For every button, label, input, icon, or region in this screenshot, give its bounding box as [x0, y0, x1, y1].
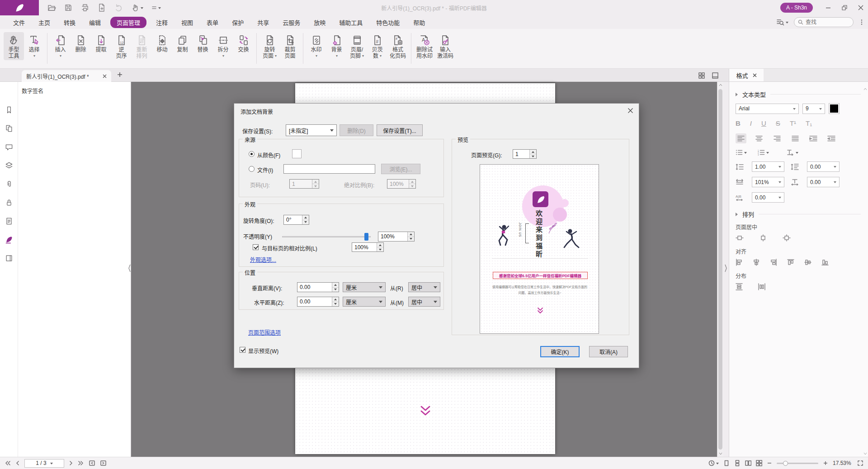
page-number-box[interactable]: 1 / 3	[24, 459, 64, 468]
align-objects-top-button[interactable]	[787, 259, 794, 266]
reading-layout-icon[interactable]	[712, 72, 719, 79]
ribbon-copy-pages[interactable]: 复制	[172, 32, 193, 60]
digital-signature-panel-icon[interactable]	[5, 235, 14, 244]
ribbon-crop-pages[interactable]: 裁剪 页面	[280, 32, 300, 60]
ribbon-insert-pages[interactable]: 插入	[50, 32, 71, 60]
menu-page-management[interactable]: 页面管理	[110, 17, 146, 28]
center-vertically-button[interactable]	[736, 234, 744, 242]
opacity-spinner[interactable]: 100%	[378, 232, 415, 242]
close-format-tab-icon[interactable]	[753, 73, 757, 77]
ribbon-reverse-order[interactable]: 12 逆 页序	[111, 32, 132, 60]
first-page-icon[interactable]	[5, 460, 11, 466]
distribute-horizontally-button[interactable]	[758, 283, 765, 290]
next-page-icon[interactable]	[69, 460, 73, 466]
new-document-icon[interactable]	[97, 3, 106, 12]
tab-grid-view-icon[interactable]	[698, 72, 705, 79]
align-objects-center-button[interactable]	[753, 259, 760, 266]
close-tab-icon[interactable]	[103, 74, 107, 78]
account-avatar[interactable]: A - Sh3n	[780, 3, 813, 13]
vertical-anchor-select[interactable]: 居中	[408, 282, 440, 292]
horizontal-unit-select[interactable]: 厘米	[343, 297, 386, 307]
ribbon-remove-trial-watermark[interactable]: A 删除试 用水印	[414, 32, 435, 60]
bullet-list-button[interactable]	[736, 149, 747, 156]
search-input[interactable]	[806, 19, 846, 25]
ribbon-swap-pages[interactable]: 交换	[233, 32, 254, 60]
align-right-button[interactable]	[772, 133, 783, 143]
menu-form[interactable]: 表单	[200, 17, 225, 28]
opacity-slider[interactable]	[282, 236, 371, 237]
menu-accessibility[interactable]: 辅助工具	[332, 17, 369, 28]
zoom-slider-handle[interactable]	[783, 461, 788, 466]
center-horizontally-button[interactable]	[759, 234, 767, 242]
collapse-right-panel-icon[interactable]	[724, 256, 728, 281]
reading-timer-icon[interactable]	[708, 460, 719, 466]
bookmark-panel-icon[interactable]	[5, 105, 14, 114]
relative-scale-spinner[interactable]: 100%	[352, 242, 384, 252]
zoom-slider[interactable]	[777, 463, 818, 464]
continuous-view-icon[interactable]	[734, 460, 741, 466]
bold-button[interactable]: B	[736, 119, 741, 127]
destinations-panel-icon[interactable]	[5, 217, 14, 226]
align-left-button[interactable]	[736, 133, 746, 143]
vertical-distance-spinner[interactable]: 0.00	[297, 282, 339, 292]
facing-view-icon[interactable]	[745, 460, 751, 466]
search-box[interactable]	[794, 17, 854, 27]
menu-file[interactable]: 文件	[6, 17, 32, 28]
opacity-slider-handle[interactable]	[364, 233, 368, 241]
attachments-panel-icon[interactable]	[5, 180, 14, 189]
customize-toolbar-icon[interactable]	[151, 5, 161, 11]
page-range-options-link[interactable]: 页面范围选项	[248, 328, 281, 336]
font-family-select[interactable]: Arial	[736, 104, 799, 114]
italic-button[interactable]: I	[750, 119, 752, 127]
text-type-section-header[interactable]: 文本类型	[736, 90, 861, 99]
ribbon-select[interactable]: 选择	[24, 32, 44, 60]
save-preset-button[interactable]: 保存设置(T)...	[377, 124, 423, 136]
character-spacing-select[interactable]: 0.00	[752, 192, 784, 203]
horizontal-anchor-select[interactable]: 居中	[408, 297, 440, 307]
align-objects-bottom-button[interactable]	[821, 259, 829, 266]
minimize-button[interactable]	[826, 5, 831, 10]
scroll-up-icon[interactable]	[717, 82, 723, 88]
foxit-logo-icon[interactable]	[0, 0, 39, 15]
print-icon[interactable]	[80, 3, 90, 12]
decrease-indent-button[interactable]	[826, 133, 837, 143]
increase-indent-button[interactable]	[808, 133, 819, 143]
font-color-swatch[interactable]	[829, 103, 840, 114]
preset-select[interactable]: [未指定]	[286, 124, 337, 136]
new-tab-button[interactable]	[117, 71, 123, 78]
horizontal-distance-spinner[interactable]: 0.00	[297, 297, 339, 307]
justify-button[interactable]	[790, 133, 801, 143]
ribbon-replace-pages[interactable]: 替换	[193, 32, 213, 60]
align-objects-left-button[interactable]	[736, 259, 743, 266]
more-options-icon[interactable]	[859, 19, 864, 25]
find-mode-icon[interactable]	[776, 18, 788, 26]
previous-view-icon[interactable]	[89, 460, 95, 466]
ribbon-delete-pages[interactable]: 删除	[71, 32, 91, 60]
save-icon[interactable]	[64, 3, 73, 12]
ribbon-move-pages[interactable]: 移动	[152, 32, 172, 60]
menu-comment[interactable]: 注释	[149, 17, 175, 28]
continuous-facing-view-icon[interactable]	[756, 460, 762, 466]
open-file-icon[interactable]	[47, 3, 56, 12]
menu-cloud[interactable]: 云服务	[276, 17, 307, 28]
align-objects-middle-button[interactable]	[804, 259, 811, 266]
menu-share[interactable]: 共享	[250, 17, 276, 28]
zoom-in-icon[interactable]	[823, 460, 828, 466]
menu-features[interactable]: 特色功能	[369, 17, 406, 28]
scrollbar-thumb[interactable]	[718, 89, 722, 450]
ribbon-hand-tool[interactable]: 手型 工具	[4, 32, 24, 60]
menu-home[interactable]: 主页	[32, 17, 57, 28]
page-preview-spinner[interactable]: 1	[513, 149, 537, 159]
panel-scroll-up-icon[interactable]	[863, 88, 867, 90]
ribbon-watermark[interactable]: 水印	[306, 32, 326, 60]
panel-scroll-down-icon[interactable]	[863, 452, 867, 455]
ribbon-extract-pages[interactable]: 提取	[91, 32, 111, 60]
next-view-icon[interactable]	[100, 460, 107, 466]
ribbon-rotate-pages[interactable]: 旋转 页面	[259, 32, 280, 60]
strikethrough-button[interactable]: S	[776, 119, 780, 127]
ribbon-bates-numbering[interactable]: # 贝茨 数	[367, 32, 387, 60]
dialog-close-icon[interactable]	[627, 108, 633, 114]
zoom-out-icon[interactable]	[767, 460, 772, 466]
arrange-section-header[interactable]: 排列	[736, 210, 861, 218]
menu-view[interactable]: 视图	[175, 17, 200, 28]
